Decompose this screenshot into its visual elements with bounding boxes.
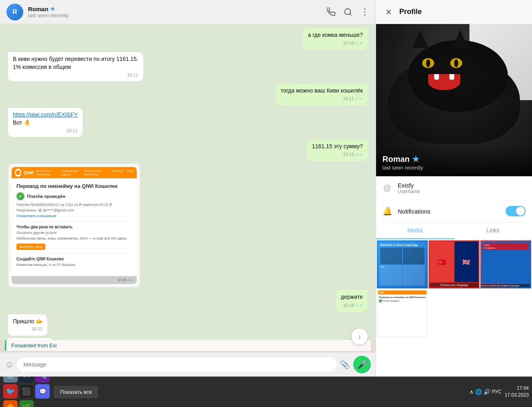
chat-header: R Roman ★ last seen recently — [0, 0, 376, 24]
tray-arrow-icon[interactable]: ∧ — [469, 389, 473, 395]
notifications-row: 🔔 Notifications — [382, 200, 526, 222]
chat-header-actions: ⋮ — [327, 8, 369, 16]
qiwi-pay-other: Оплатите другие услуги — [16, 231, 132, 235]
qiwi-success-text: Платёж проведён — [27, 194, 65, 199]
media-grid: Welcome to Ozon SuperApp Шаг — [376, 240, 532, 338]
taskbar-right: ∧ 🌐 🔊 РУС 17:04 17.03.2023 — [469, 385, 529, 399]
table-row: а где комка меньше? 16:10 ✓✓ — [8, 28, 368, 50]
media-thumbnail[interactable]: Welcome to Ozon SuperApp Шаг — [377, 240, 428, 288]
media-tabs: Media Links — [376, 222, 532, 240]
message-time: 16:12 — [13, 128, 78, 134]
clock-time: 17:04 — [505, 385, 529, 392]
scroll-down-button[interactable]: ↓ — [352, 328, 368, 345]
table-row: QIWI Платежи и переводы Банковские карты… — [8, 163, 368, 288]
notifications-toggle[interactable] — [506, 206, 526, 216]
contact-name: Roman ★ — [28, 6, 69, 12]
message-time: 16:19 ✓✓ — [341, 302, 363, 309]
taskbar: ⚙️ 🎮 ✒️ 🐦 ⬛ 💬 🔶 🌿 Показать все ∧ 🌐 🔊 РУС… — [0, 377, 532, 407]
forward-banner: Forwarded from Exi — [5, 340, 371, 351]
username-row: @ Exisfy Username — [382, 176, 526, 200]
lang-indicator[interactable]: РУС — [492, 389, 502, 395]
media-thumbnail[interactable]: QIWI Перевод по никнейму на QIWI Кошелек… — [377, 289, 428, 337]
read-receipt-icon: ✓✓ — [355, 96, 363, 103]
qiwi-transfer-title: Перевод по никнейму на QIWI Кошелек — [16, 183, 132, 189]
qiwi-view-link[interactable]: Посмотреть в кошельке — [16, 214, 132, 218]
chat-input-area: ☺ 📎 🎤 — [0, 353, 376, 377]
mic-button[interactable]: 🎤 — [353, 356, 371, 373]
qiwi-header: QIWI Платежи и переводы Банковские карты… — [12, 167, 137, 178]
clock-date: 17.03.2023 — [505, 392, 529, 399]
message-bubble: 1161.15 эту сумму? 16:15 ✓✓ — [307, 139, 368, 161]
screenshot-time: 16:19 ✓✓ — [117, 278, 134, 282]
table-row: https://qiwi.com/n/EXISFY Вот 🤚 16:12 — [8, 108, 368, 137]
qiwi-logo: QIWI — [24, 170, 34, 175]
message-input[interactable] — [17, 357, 337, 372]
qiwi-success-row: ✓ Платёж проведён — [16, 192, 132, 200]
avatar[interactable]: R — [6, 4, 23, 20]
notifications-label: Notifications — [398, 208, 431, 215]
message-time: 16:11 — [13, 72, 138, 78]
system-tray: ∧ 🌐 🔊 РУС — [469, 389, 502, 395]
read-receipt-icon: ✓✓ — [355, 151, 363, 158]
message-bubble: В киви нужно будет перевести по итогу 11… — [8, 52, 143, 81]
contact-status: last seen recently — [28, 12, 69, 18]
success-icon: ✓ — [16, 192, 24, 200]
at-icon: @ — [382, 183, 392, 193]
star-icon: ★ — [50, 6, 55, 12]
message-text: Вот 🤚 — [13, 119, 30, 126]
chat-messages: а где комка меньше? 16:10 ✓✓ В киви нужн… — [0, 24, 376, 340]
qiwi-create-title: Создайте QIWI Кошелек — [16, 257, 132, 261]
attach-button[interactable]: 📎 — [340, 360, 350, 369]
read-receipt-icon: ✓✓ — [355, 40, 363, 47]
qiwi-create-section: Создайте QIWI Кошелек Комиссии меньше, а… — [16, 253, 132, 267]
show-all-button[interactable]: Показать все — [54, 386, 98, 398]
network-icon[interactable]: 🌐 — [475, 389, 482, 395]
toggle-switch[interactable] — [506, 206, 526, 216]
profile-title: Profile — [399, 8, 422, 16]
emoji-button[interactable]: ☺ — [5, 359, 14, 370]
message-bubble: держите 16:19 ✓✓ — [336, 290, 368, 312]
notifications-content: Notifications — [398, 208, 431, 215]
qiwi-dont-insert: Чтобы два раза не вставать — [16, 225, 132, 229]
discord-taskbar-icon[interactable]: 💬 — [35, 384, 50, 399]
message-text: Пришло 🫱 — [13, 318, 42, 324]
green-taskbar-icon[interactable]: 🌿 — [19, 400, 34, 407]
chat-header-left: R Roman ★ last seen recently — [6, 4, 69, 20]
close-button[interactable]: ✕ — [382, 6, 394, 18]
more-options-icon[interactable]: ⋮ — [360, 8, 369, 16]
username-value: Exisfy — [398, 182, 420, 189]
qiwi-footer: 16:19 ✓✓ — [12, 276, 137, 284]
message-text: тогда можно ваш Киви кошилёк — [281, 87, 363, 94]
mic-icon: 🎤 — [357, 360, 367, 369]
qiwi-upsell-section: Чтобы два раза не вставать Оплатите друг… — [16, 221, 132, 250]
table-row: Пришло 🫱 16:22 — [8, 314, 368, 336]
qiwi-services-desc: Мобильная связь, игры, коммуналка, ЖКХ —… — [16, 236, 132, 240]
message-bubble: Озан скачан? 16:22 — [8, 338, 53, 340]
username-content: Exisfy Username — [398, 182, 420, 194]
red-taskbar-icon[interactable]: 🐦 — [3, 384, 18, 399]
media-thumbnail[interactable]: Tolea 🇬🇧 habitue How to select the Engli… — [480, 240, 531, 288]
svg-point-0 — [345, 8, 351, 14]
search-icon[interactable] — [344, 8, 352, 16]
message-text: а где комка меньше? — [308, 32, 363, 38]
profile-avatar-area: Roman ★ last seen recently — [376, 24, 532, 176]
media-thumbnail[interactable]: 🇹🇷 🇬🇧 Choose your language — [429, 240, 479, 288]
screenshot-bubble[interactable]: QIWI Платежи и переводы Банковские карты… — [8, 163, 140, 288]
qiwi-detail-2: Получатель: @ de*****@gmail.com — [16, 208, 132, 212]
forward-area: Forwarded from Exi — [0, 340, 376, 353]
table-row: тогда можно ваш Киви кошилёк 16:11 ✓✓ — [8, 84, 368, 105]
choose-game-button[interactable]: Выбрать игру — [16, 244, 45, 250]
tab-links[interactable]: Links — [454, 222, 532, 239]
dark-taskbar-icon[interactable]: ⬛ — [19, 384, 34, 399]
qiwi-screenshot: QIWI Платежи и переводы Банковские карты… — [12, 167, 137, 284]
bell-icon: 🔔 — [382, 206, 392, 216]
volume-icon[interactable]: 🔊 — [483, 389, 490, 395]
phone-icon[interactable] — [327, 8, 336, 16]
qiwi-detail-1: Платёж №1900051904:01 на 1161.15 ₽ комис… — [16, 203, 132, 207]
tab-media[interactable]: Media — [376, 222, 454, 239]
message-time: 16:15 ✓✓ — [312, 151, 363, 158]
message-link[interactable]: https://qiwi.com/n/EXISFY — [13, 111, 78, 118]
message-bubble: тогда можно ваш Киви кошилёк 16:11 ✓✓ — [276, 84, 368, 105]
orange-taskbar-icon[interactable]: 🔶 — [3, 400, 18, 407]
clock: 17:04 17.03.2023 — [505, 385, 529, 399]
